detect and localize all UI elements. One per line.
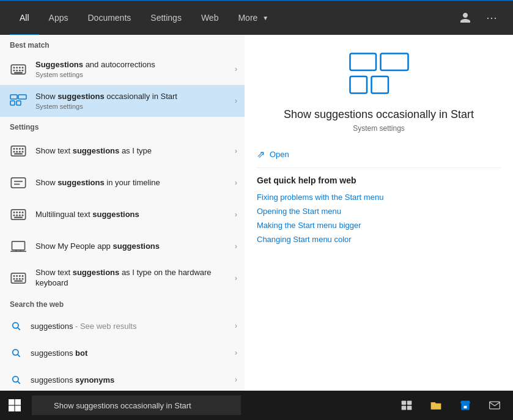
chevron-right-icon-2: › [235,97,237,105]
svg-line-56 [18,381,20,384]
svg-point-55 [13,377,18,382]
svg-rect-67 [402,406,407,410]
web-help-link-0[interactable]: Fixing problems with the Start menu [257,193,501,202]
keyboard-icon [7,58,29,80]
svg-rect-13 [17,101,21,105]
hardware-keyboard-icon [7,267,29,289]
svg-rect-61 [350,76,367,94]
chevron-right-icon-5: › [235,210,237,219]
result-title-autocorrections: Suggestions and autocorrections [35,60,235,70]
taskbar-search-bar [32,396,241,415]
web-search-header: Search the web [0,294,245,312]
svg-rect-11 [18,95,26,99]
settings-item-text-suggestions[interactable]: Show text suggestions as I type › [0,135,245,167]
svg-rect-24 [11,178,25,188]
web-help-link-2[interactable]: Making the Start menu bigger [257,221,501,230]
settings-text-my-people: Show My People app suggestions [35,241,235,252]
search-icon-2 [7,344,24,361]
svg-rect-12 [10,101,15,105]
file-explorer-button[interactable] [423,391,449,420]
settings-text-hardware-keyboard: Show text suggestions as I type on the h… [35,268,235,289]
preview-subtitle: System settings [257,124,501,133]
open-button[interactable]: ⇗ Open [257,145,501,168]
best-match-header: Best match [0,35,245,53]
nav-right-actions: ⋯ [454,7,503,29]
right-panel: Show suggestions occasionally in Start S… [245,35,513,391]
svg-rect-65 [402,401,407,405]
web-item-suggestions[interactable]: suggestions - See web results › [0,312,245,339]
svg-rect-66 [407,401,412,405]
keyboard2-icon [7,140,29,162]
chevron-down-icon: ▼ [262,15,268,21]
nav-item-web[interactable]: Web [191,2,229,36]
open-arrow-icon: ⇗ [257,149,265,160]
nav-item-more[interactable]: More ▼ [228,2,278,36]
preview-title: Show suggestions occasionally in Start [257,108,501,122]
chevron-right-icon-9: › [235,348,237,357]
taskbar [0,391,513,420]
chevron-right-icon: › [235,65,237,73]
result-suggestions-autocorrections[interactable]: Suggestions and autocorrections System s… [0,53,245,85]
svg-rect-10 [10,95,17,99]
taskbar-search-wrapper [32,396,241,415]
web-item-synonyms[interactable]: suggestions synonyms › [0,366,245,391]
svg-rect-69 [490,402,500,409]
taskbar-search-input[interactable] [51,396,235,415]
settings-header: Settings [0,117,245,135]
grid-icon [7,90,29,112]
laptop-icon [7,235,29,257]
settings-item-hardware-keyboard[interactable]: Show text suggestions as I type on the h… [0,262,245,294]
preview-icon-area [257,52,501,98]
result-subtitle-autocorrections: System settings [35,71,235,78]
chevron-right-icon-4: › [235,179,237,187]
nav-item-settings[interactable]: Settings [141,2,191,36]
main-content: Best match [0,35,513,391]
svg-rect-68 [407,406,412,410]
web-help-link-1[interactable]: Opening the Start menu [257,207,501,216]
task-view-button[interactable] [393,391,420,420]
chevron-right-icon-7: › [235,274,237,282]
web-help-title: Get quick help from web [257,175,501,185]
search-icon-1 [7,317,24,334]
timeline-icon [7,172,29,194]
svg-rect-60 [380,54,408,71]
result-text-show-suggestions: Show suggestions occasionally in Start S… [35,92,235,110]
result-subtitle-show-suggestions: System settings [35,103,235,110]
result-show-suggestions-start[interactable]: Show suggestions occasionally in Start S… [0,85,245,117]
svg-rect-37 [12,241,25,250]
nav-item-all[interactable]: All [10,2,39,36]
multilingual-icon [7,204,29,226]
user-icon[interactable] [454,7,476,29]
svg-line-52 [18,328,20,330]
result-text-autocorrections: Suggestions and autocorrections System s… [35,60,235,78]
chevron-right-icon-6: › [235,242,237,251]
left-panel: Best match [0,35,245,391]
top-nav: All Apps Documents Settings Web More ▼ ⋯ [0,1,513,35]
search-icon-3 [7,371,24,388]
taskbar-icons [393,391,513,420]
svg-rect-62 [371,76,388,94]
chevron-right-icon-10: › [235,375,237,384]
mail-button[interactable] [481,391,508,420]
settings-text-timeline: Show suggestions in your timeline [35,178,235,188]
settings-item-multilingual[interactable]: Multilingual text suggestions › [0,199,245,230]
store-button[interactable] [452,391,479,420]
chevron-right-icon-3: › [235,147,237,155]
more-options-icon[interactable]: ⋯ [481,7,503,29]
nav-item-documents[interactable]: Documents [78,2,141,36]
settings-text-multilingual: Multilingual text suggestions [35,210,235,220]
settings-item-my-people[interactable]: Show My People app suggestions › [0,230,245,262]
settings-text-text-suggestions: Show text suggestions as I type [35,146,235,157]
svg-rect-59 [350,54,376,71]
result-title-show-suggestions: Show suggestions occasionally in Start [35,92,235,102]
settings-item-timeline[interactable]: Show suggestions in your timeline › [0,167,245,199]
web-help-link-3[interactable]: Changing Start menu color [257,235,501,244]
svg-point-53 [13,350,18,355]
svg-line-54 [18,355,20,357]
svg-point-51 [13,323,18,328]
start-button[interactable] [0,391,29,420]
chevron-right-icon-8: › [235,322,237,330]
web-item-bot[interactable]: suggestions bot › [0,339,245,366]
start-menu: All Apps Documents Settings Web More ▼ ⋯ [0,1,513,391]
nav-item-apps[interactable]: Apps [39,2,78,36]
